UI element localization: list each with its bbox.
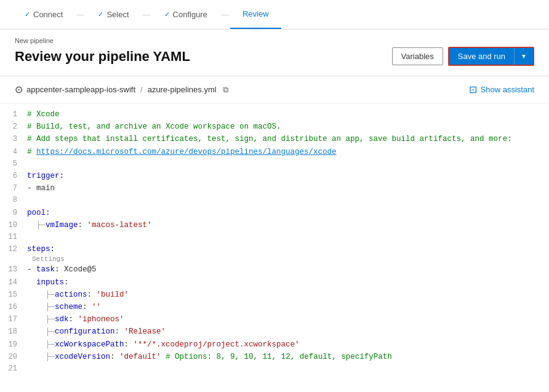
code-line-18: 18 ├─configuration: 'Release' [0, 326, 549, 338]
code-line-3: 3 # Add steps that install certificates,… [0, 133, 549, 145]
code-line-12: 12 steps: [0, 243, 549, 255]
code-line-5: 5 [0, 158, 549, 170]
line-content-6: trigger: [27, 170, 64, 182]
code-line-11: 11 [0, 231, 549, 243]
code-line-14: 14 inputs: [0, 276, 549, 289]
line-num-17: 17 [5, 314, 27, 326]
line-num-4: 4 [5, 146, 27, 158]
line-num-9: 9 [5, 207, 27, 219]
line-num-14: 14 [5, 277, 27, 289]
code-line-4: 4 # https://docs.microsoft.com/azure/dev… [0, 146, 549, 158]
line-num-2: 2 [5, 121, 27, 133]
filename: azure-pipelines.yml [148, 85, 217, 94]
line-num-7: 7 [5, 183, 27, 194]
line-num-20: 20 [5, 351, 27, 363]
line-content-7: - main [27, 182, 55, 194]
nav-separator-1: — [75, 10, 86, 19]
line-content-4-prefix: # [27, 146, 36, 158]
nav-separator-2: — [142, 10, 152, 19]
line-num-16: 16 [5, 302, 27, 313]
show-assistant-button[interactable]: ⊡ Show assistant [469, 84, 534, 95]
path-separator: / [140, 85, 143, 94]
line-num-10: 10 [5, 220, 27, 231]
line-content-10: ├─vmImage: 'macos-latest' [27, 219, 152, 231]
line-content-3: # Add steps that install certificates, t… [27, 133, 512, 145]
code-line-17: 17 ├─sdk: 'iphoneos' [0, 313, 549, 326]
save-run-dropdown-button[interactable]: ▼ [514, 48, 533, 65]
code-line-6: 6 trigger: [0, 170, 549, 182]
line-num-18: 18 [5, 326, 27, 338]
code-line-9: 9 pool: [0, 207, 549, 219]
nav-item-select[interactable]: ✓ Select [86, 0, 141, 29]
check-icon-3: ✓ [164, 10, 170, 18]
line-num-13: 13 [5, 264, 27, 276]
header-row: Review your pipeline YAML Variables Save… [15, 47, 534, 66]
line-num-5: 5 [5, 158, 27, 170]
nav-item-review[interactable]: Review [230, 0, 281, 29]
line-num-12: 12 [5, 244, 27, 255]
save-and-run-button[interactable]: Save and run [449, 48, 514, 65]
variables-button[interactable]: Variables [392, 47, 443, 65]
line-num-15: 15 [5, 289, 27, 301]
code-line-10: 10 ├─vmImage: 'macos-latest' [0, 219, 549, 231]
line-content-12: steps: [27, 243, 55, 255]
show-assistant-label: Show assistant [481, 85, 534, 94]
nav-configure-label: Configure [173, 10, 207, 19]
line-num-6: 6 [5, 170, 27, 182]
line-num-11: 11 [5, 231, 27, 243]
line-content-20: ├─xcodeVersion: 'default' # Options: 8, … [27, 351, 392, 363]
header-section: New pipeline Review your pipeline YAML V… [0, 30, 549, 76]
code-editor: 1 # Xcode 2 # Build, test, and archive a… [0, 103, 549, 380]
line-content-9: pool: [27, 207, 50, 219]
code-line-21: 21 [0, 363, 549, 375]
line-content-14: inputs: [27, 276, 69, 289]
nav-separator-3: — [220, 10, 230, 19]
save-run-group: Save and run ▼ [448, 47, 534, 66]
nav-item-connect[interactable]: ✓ Connect [12, 0, 75, 29]
breadcrumb: New pipeline [15, 37, 534, 44]
line-num-21: 21 [5, 363, 27, 375]
line-num-19: 19 [5, 339, 27, 351]
chevron-down-icon: ▼ [521, 53, 527, 60]
code-line-16: 16 ├─scheme: '' [0, 301, 549, 313]
assistant-icon: ⊡ [469, 84, 477, 95]
nav-item-configure[interactable]: ✓ Configure [152, 0, 220, 29]
code-line-20: 20 ├─xcodeVersion: 'default' # Options: … [0, 351, 549, 363]
nav-connect-label: Connect [33, 10, 63, 19]
line-content-15: ├─actions: 'build' [27, 289, 129, 301]
line-num-3: 3 [5, 134, 27, 145]
page-title: Review your pipeline YAML [15, 49, 190, 65]
line-num-1: 1 [5, 109, 27, 121]
code-line-7: 7 - main [0, 182, 549, 194]
check-icon-2: ✓ [98, 10, 103, 18]
code-line-19: 19 ├─xcWorkspacePath: '**/*.xcodeproj/pr… [0, 338, 549, 351]
line-content-17: ├─sdk: 'iphoneos' [27, 313, 124, 326]
settings-label: Settings [0, 255, 549, 263]
code-line-8: 8 [0, 194, 549, 206]
nav-review-label: Review [242, 9, 269, 18]
code-line-1: 1 # Xcode [0, 108, 549, 121]
line-content-16: ├─scheme: '' [27, 301, 101, 313]
top-nav: ✓ Connect — ✓ Select — ✓ Configure — Rev… [0, 0, 549, 30]
copy-icon[interactable]: ⧉ [223, 85, 228, 95]
nav-select-label: Select [106, 10, 129, 19]
code-line-15: 15 ├─actions: 'build' [0, 289, 549, 301]
header-buttons: Variables Save and run ▼ [392, 47, 534, 66]
line-num-8: 8 [5, 194, 27, 206]
line-content-13: - task: Xcode@5 [27, 263, 97, 276]
repo-name: appcenter-sampleapp-ios-swift [26, 85, 135, 94]
code-line-13: 13 - task: Xcode@5 [0, 263, 549, 276]
line-content-2: # Build, test, and archive an Xcode work… [27, 121, 281, 133]
github-icon: ⊙ [15, 84, 23, 95]
line-content-18: ├─configuration: 'Release' [27, 326, 166, 338]
file-path-section: ⊙ appcenter-sampleapp-ios-swift / azure-… [0, 76, 549, 103]
check-icon: ✓ [25, 10, 30, 18]
line-content-1: # Xcode [27, 108, 60, 121]
code-line-2: 2 # Build, test, and archive an Xcode wo… [0, 121, 549, 133]
file-path: ⊙ appcenter-sampleapp-ios-swift / azure-… [15, 84, 228, 95]
line-content-4-link: https://docs.microsoft.com/azure/devops/… [36, 146, 337, 158]
line-content-19: ├─xcWorkspacePath: '**/*.xcodeproj/proje… [27, 338, 300, 351]
